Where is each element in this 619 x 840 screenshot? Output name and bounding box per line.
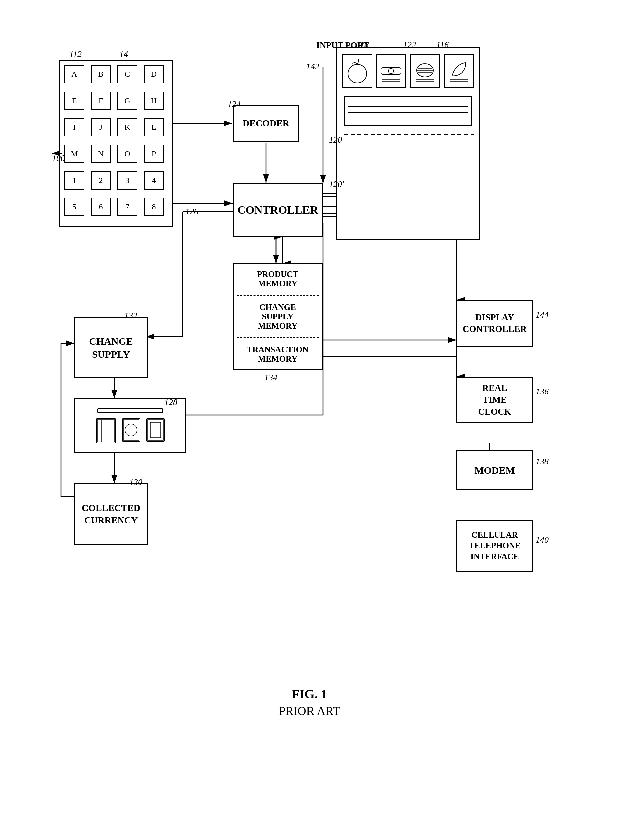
- ref-138: 138: [535, 457, 549, 467]
- change-supply-box: CHANGE SUPPLY: [74, 317, 148, 378]
- decoder-box: DECODER: [233, 105, 299, 142]
- svg-point-45: [388, 68, 393, 74]
- key-3: 3: [117, 172, 138, 189]
- token-icon: [147, 418, 165, 442]
- ref-142: 142: [306, 62, 319, 72]
- key-E: E: [64, 92, 84, 110]
- ref-120: 120: [329, 135, 342, 145]
- svg-rect-39: [148, 420, 163, 440]
- key-4: 4: [144, 172, 164, 189]
- key-D: D: [144, 65, 164, 84]
- key-P: P: [144, 145, 164, 163]
- transaction-memory-label: TRANSACTION MEMORY: [247, 345, 309, 364]
- key-G: G: [117, 92, 138, 110]
- key-7: 7: [117, 198, 138, 216]
- key-6: 6: [91, 198, 111, 216]
- page: A B C D E F G H I J K L M N O P 1 2 3 4 …: [0, 0, 619, 840]
- key-2: 2: [91, 172, 111, 189]
- svg-rect-37: [123, 420, 139, 440]
- key-I: I: [64, 118, 84, 136]
- display-controller-box: DISPLAY CONTROLLER: [456, 300, 533, 347]
- key-M: M: [64, 145, 84, 163]
- controller-box: CONTROLLER: [233, 184, 323, 237]
- key-8: 8: [144, 198, 164, 216]
- figure-number: FIG. 1: [279, 687, 340, 701]
- ref-124: 124: [228, 99, 241, 109]
- ref-116: 116: [436, 40, 449, 50]
- ref-130: 130: [129, 477, 142, 487]
- ref-112: 112: [69, 49, 82, 59]
- ref-128: 128: [164, 397, 178, 407]
- svg-point-38: [125, 424, 137, 436]
- ref100-arrow: [52, 147, 65, 160]
- ref-134: 134: [265, 373, 278, 383]
- bill-acceptor-icon: [96, 418, 116, 443]
- diagram-area: A B C D E F G H I J K L M N O P 1 2 3 4 …: [43, 20, 576, 653]
- ref-140: 140: [535, 535, 549, 545]
- svg-point-41: [348, 64, 366, 83]
- key-B: B: [91, 65, 111, 84]
- ref-126: 126: [185, 207, 199, 217]
- coin-icon: [122, 418, 141, 442]
- ref-14: 14: [120, 49, 128, 59]
- change-supply-memory-label: CHANGE SUPPLY MEMORY: [258, 303, 298, 331]
- input-port-label: INPUT PORT: [316, 40, 369, 50]
- real-time-clock-box: REAL TIME CLOCK: [456, 377, 533, 423]
- svg-rect-44: [381, 68, 401, 74]
- key-5: 5: [64, 198, 84, 216]
- key-C: C: [117, 65, 138, 84]
- modem-box: MODEM: [456, 450, 533, 490]
- collected-currency-box: COLLECTED CURRENCY: [74, 483, 148, 545]
- ref-132: 132: [124, 311, 138, 321]
- key-K: K: [117, 118, 138, 136]
- svg-rect-40: [150, 422, 161, 438]
- key-A: A: [64, 65, 84, 84]
- display-panel: [336, 47, 480, 240]
- product-memory-label: PRODUCT MEMORY: [257, 270, 299, 288]
- figure-caption: FIG. 1 PRIOR ART: [279, 673, 340, 718]
- key-O: O: [117, 145, 138, 163]
- keypad: A B C D E F G H I J K L M N O P 1 2 3 4 …: [59, 60, 173, 227]
- ref-122: 122: [403, 40, 416, 50]
- coin-slot-icon: [97, 408, 163, 413]
- key-1: 1: [64, 172, 84, 189]
- ref-136: 136: [535, 386, 549, 397]
- key-F: F: [91, 92, 111, 110]
- prior-art-label: PRIOR ART: [279, 704, 340, 718]
- key-N: N: [91, 145, 111, 163]
- key-L: L: [144, 118, 164, 136]
- cellular-telephone-box: CELLULAR TELEPHONE INTERFACE: [456, 520, 533, 571]
- memory-box: PRODUCT MEMORY CHANGE SUPPLY MEMORY TRAN…: [233, 263, 323, 370]
- key-J: J: [91, 118, 111, 136]
- key-H: H: [144, 92, 164, 110]
- ref-144: 144: [535, 310, 549, 320]
- ref-120p: 120': [329, 179, 344, 189]
